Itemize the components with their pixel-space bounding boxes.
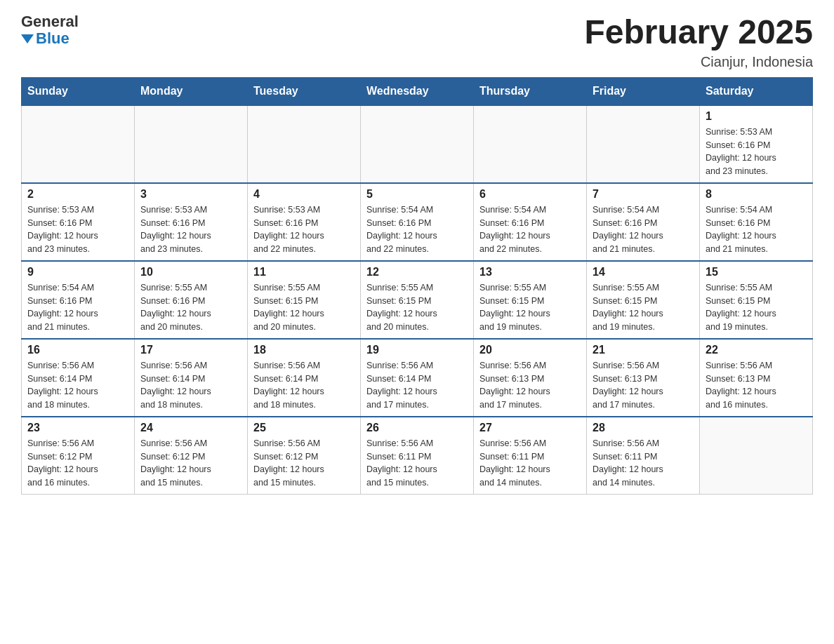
day-info: Sunrise: 5:56 AM Sunset: 6:11 PM Dayligh… — [366, 437, 468, 490]
calendar-cell — [587, 105, 700, 183]
calendar-cell: 22Sunrise: 5:56 AM Sunset: 6:13 PM Dayli… — [700, 339, 813, 417]
day-info: Sunrise: 5:53 AM Sunset: 6:16 PM Dayligh… — [140, 203, 241, 256]
day-info: Sunrise: 5:54 AM Sunset: 6:16 PM Dayligh… — [706, 203, 807, 256]
calendar-table: Sunday Monday Tuesday Wednesday Thursday… — [21, 77, 813, 495]
calendar-cell: 8Sunrise: 5:54 AM Sunset: 6:16 PM Daylig… — [700, 183, 813, 261]
logo-triangle-icon — [21, 34, 34, 43]
logo-general: General — [21, 14, 79, 29]
day-info: Sunrise: 5:56 AM Sunset: 6:13 PM Dayligh… — [593, 359, 694, 412]
day-info: Sunrise: 5:54 AM Sunset: 6:16 PM Dayligh… — [593, 203, 694, 256]
calendar-cell: 25Sunrise: 5:56 AM Sunset: 6:12 PM Dayli… — [248, 417, 361, 495]
day-info: Sunrise: 5:56 AM Sunset: 6:13 PM Dayligh… — [706, 359, 807, 412]
day-number: 7 — [593, 188, 694, 201]
calendar-cell: 20Sunrise: 5:56 AM Sunset: 6:13 PM Dayli… — [474, 339, 587, 417]
day-number: 24 — [140, 422, 241, 434]
day-number: 25 — [253, 422, 355, 434]
calendar-cell — [22, 105, 135, 183]
calendar-cell: 4Sunrise: 5:53 AM Sunset: 6:16 PM Daylig… — [248, 183, 361, 261]
calendar-cell: 18Sunrise: 5:56 AM Sunset: 6:14 PM Dayli… — [248, 339, 361, 417]
header-monday: Monday — [135, 77, 248, 105]
logo-blue: Blue — [36, 29, 70, 48]
day-info: Sunrise: 5:56 AM Sunset: 6:14 PM Dayligh… — [366, 359, 468, 412]
day-info: Sunrise: 5:55 AM Sunset: 6:16 PM Dayligh… — [140, 281, 241, 334]
month-title: February 2025 — [584, 14, 813, 51]
day-info: Sunrise: 5:56 AM Sunset: 6:12 PM Dayligh… — [27, 437, 128, 490]
calendar-cell: 14Sunrise: 5:55 AM Sunset: 6:15 PM Dayli… — [587, 261, 700, 339]
day-info: Sunrise: 5:56 AM Sunset: 6:14 PM Dayligh… — [27, 359, 128, 412]
day-info: Sunrise: 5:54 AM Sunset: 6:16 PM Dayligh… — [479, 203, 581, 256]
calendar-cell — [248, 105, 361, 183]
calendar-cell: 3Sunrise: 5:53 AM Sunset: 6:16 PM Daylig… — [135, 183, 248, 261]
day-number: 18 — [253, 344, 355, 356]
calendar-cell: 24Sunrise: 5:56 AM Sunset: 6:12 PM Dayli… — [135, 417, 248, 495]
calendar-cell: 1Sunrise: 5:53 AM Sunset: 6:16 PM Daylig… — [700, 105, 813, 183]
day-number: 13 — [479, 266, 581, 279]
calendar-cell: 11Sunrise: 5:55 AM Sunset: 6:15 PM Dayli… — [248, 261, 361, 339]
day-info: Sunrise: 5:56 AM Sunset: 6:14 PM Dayligh… — [253, 359, 355, 412]
logo: General Blue — [21, 14, 79, 48]
day-info: Sunrise: 5:54 AM Sunset: 6:16 PM Dayligh… — [27, 281, 128, 334]
calendar-cell: 17Sunrise: 5:56 AM Sunset: 6:14 PM Dayli… — [135, 339, 248, 417]
calendar-cell: 26Sunrise: 5:56 AM Sunset: 6:11 PM Dayli… — [361, 417, 474, 495]
day-number: 1 — [706, 110, 807, 123]
calendar-cell: 2Sunrise: 5:53 AM Sunset: 6:16 PM Daylig… — [22, 183, 135, 261]
day-info: Sunrise: 5:56 AM Sunset: 6:12 PM Dayligh… — [140, 437, 241, 490]
day-number: 5 — [366, 188, 468, 201]
header-saturday: Saturday — [700, 77, 813, 105]
day-number: 26 — [366, 422, 468, 434]
day-number: 10 — [140, 266, 241, 279]
calendar-cell: 23Sunrise: 5:56 AM Sunset: 6:12 PM Dayli… — [22, 417, 135, 495]
day-number: 15 — [706, 266, 807, 279]
day-info: Sunrise: 5:54 AM Sunset: 6:16 PM Dayligh… — [366, 203, 468, 256]
day-number: 20 — [479, 344, 581, 356]
calendar-cell: 28Sunrise: 5:56 AM Sunset: 6:11 PM Dayli… — [587, 417, 700, 495]
calendar-cell — [135, 105, 248, 183]
day-info: Sunrise: 5:53 AM Sunset: 6:16 PM Dayligh… — [706, 126, 807, 178]
week-row-1: 1Sunrise: 5:53 AM Sunset: 6:16 PM Daylig… — [22, 105, 813, 183]
day-number: 21 — [593, 344, 694, 356]
week-row-4: 16Sunrise: 5:56 AM Sunset: 6:14 PM Dayli… — [22, 339, 813, 417]
day-number: 2 — [27, 188, 128, 201]
calendar-cell: 27Sunrise: 5:56 AM Sunset: 6:11 PM Dayli… — [474, 417, 587, 495]
day-number: 8 — [706, 188, 807, 201]
day-info: Sunrise: 5:56 AM Sunset: 6:14 PM Dayligh… — [140, 359, 241, 412]
title-block: February 2025 Cianjur, Indonesia — [584, 14, 813, 70]
header-thursday: Thursday — [474, 77, 587, 105]
day-number: 12 — [366, 266, 468, 279]
day-number: 11 — [253, 266, 355, 279]
calendar-cell: 10Sunrise: 5:55 AM Sunset: 6:16 PM Dayli… — [135, 261, 248, 339]
day-number: 19 — [366, 344, 468, 356]
calendar-cell: 5Sunrise: 5:54 AM Sunset: 6:16 PM Daylig… — [361, 183, 474, 261]
location: Cianjur, Indonesia — [584, 54, 813, 70]
day-number: 17 — [140, 344, 241, 356]
calendar-cell: 13Sunrise: 5:55 AM Sunset: 6:15 PM Dayli… — [474, 261, 587, 339]
day-number: 22 — [706, 344, 807, 356]
day-info: Sunrise: 5:56 AM Sunset: 6:11 PM Dayligh… — [479, 437, 581, 490]
page-header: General Blue February 2025 Cianjur, Indo… — [21, 14, 813, 70]
calendar-cell: 9Sunrise: 5:54 AM Sunset: 6:16 PM Daylig… — [22, 261, 135, 339]
calendar-cell — [361, 105, 474, 183]
day-number: 14 — [593, 266, 694, 279]
calendar-cell: 19Sunrise: 5:56 AM Sunset: 6:14 PM Dayli… — [361, 339, 474, 417]
header-wednesday: Wednesday — [361, 77, 474, 105]
day-info: Sunrise: 5:55 AM Sunset: 6:15 PM Dayligh… — [479, 281, 581, 334]
day-info: Sunrise: 5:56 AM Sunset: 6:11 PM Dayligh… — [593, 437, 694, 490]
day-number: 16 — [27, 344, 128, 356]
header-tuesday: Tuesday — [248, 77, 361, 105]
header-friday: Friday — [587, 77, 700, 105]
week-row-2: 2Sunrise: 5:53 AM Sunset: 6:16 PM Daylig… — [22, 183, 813, 261]
weekday-header-row: Sunday Monday Tuesday Wednesday Thursday… — [22, 77, 813, 105]
day-number: 23 — [27, 422, 128, 434]
day-info: Sunrise: 5:56 AM Sunset: 6:12 PM Dayligh… — [253, 437, 355, 490]
calendar-cell: 15Sunrise: 5:55 AM Sunset: 6:15 PM Dayli… — [700, 261, 813, 339]
day-info: Sunrise: 5:53 AM Sunset: 6:16 PM Dayligh… — [27, 203, 128, 256]
calendar-cell — [474, 105, 587, 183]
day-info: Sunrise: 5:56 AM Sunset: 6:13 PM Dayligh… — [479, 359, 581, 412]
day-number: 3 — [140, 188, 241, 201]
day-info: Sunrise: 5:55 AM Sunset: 6:15 PM Dayligh… — [706, 281, 807, 334]
calendar-cell: 16Sunrise: 5:56 AM Sunset: 6:14 PM Dayli… — [22, 339, 135, 417]
calendar-cell: 12Sunrise: 5:55 AM Sunset: 6:15 PM Dayli… — [361, 261, 474, 339]
calendar-cell: 7Sunrise: 5:54 AM Sunset: 6:16 PM Daylig… — [587, 183, 700, 261]
header-sunday: Sunday — [22, 77, 135, 105]
calendar-cell — [700, 417, 813, 495]
